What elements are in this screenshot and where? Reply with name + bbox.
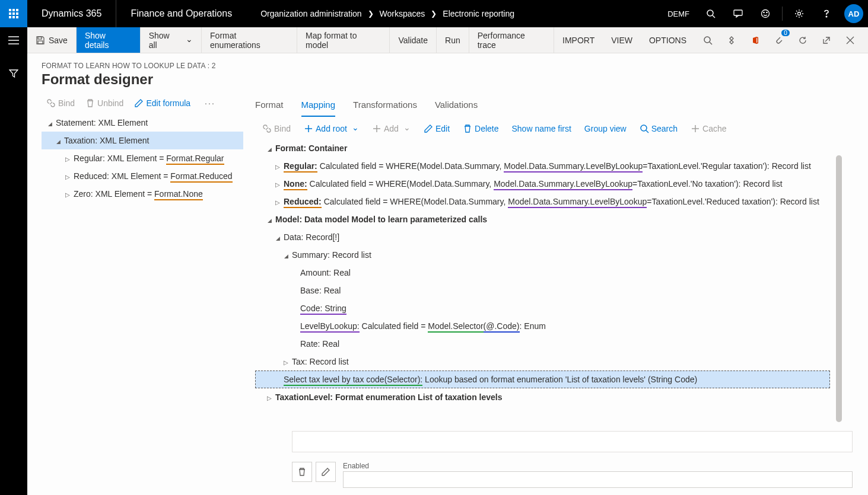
- tab-format[interactable]: Format: [255, 96, 284, 117]
- svg-line-23: [646, 130, 648, 133]
- tree-caret-icon[interactable]: [280, 357, 292, 366]
- help-icon[interactable]: [815, 0, 838, 27]
- mapping-tree-row[interactable]: Tax: Record list: [255, 353, 830, 371]
- tree-caret-icon[interactable]: [272, 161, 284, 171]
- tab-transformations[interactable]: Transformations: [353, 96, 417, 117]
- command-row: Save Show details Show all Format enumer…: [0, 27, 868, 53]
- show-details-button[interactable]: Show details: [77, 27, 141, 53]
- tree-caret-icon[interactable]: [62, 171, 74, 181]
- format-enumerations-button[interactable]: Format enumerations: [202, 27, 297, 53]
- tree-caret-icon[interactable]: [62, 154, 74, 163]
- validate-button[interactable]: Validate: [390, 27, 437, 53]
- options-menu[interactable]: OPTIONS: [641, 27, 695, 53]
- breadcrumb-item[interactable]: Electronic reporting: [443, 9, 514, 18]
- refresh-icon[interactable]: [792, 27, 813, 53]
- mapping-tree-row[interactable]: TaxationLevel: Format enumeration List o…: [255, 388, 830, 406]
- edit-button[interactable]: Edit: [424, 124, 450, 133]
- format-tree-row[interactable]: Taxation: XML Element: [42, 132, 243, 149]
- tree-caret-icon[interactable]: [272, 197, 284, 206]
- nav-toggle-button[interactable]: [0, 27, 27, 53]
- attachments-button[interactable]: 0: [768, 27, 790, 53]
- top-header: Dynamics 365 Finance and Operations Orga…: [0, 0, 868, 27]
- enabled-input[interactable]: [343, 471, 853, 488]
- tree-caret-icon[interactable]: [263, 215, 275, 224]
- mapping-tree-row[interactable]: Summary: Record list: [255, 246, 830, 264]
- scrollbar[interactable]: [836, 155, 842, 422]
- app-launcher-button[interactable]: [0, 0, 27, 27]
- view-menu[interactable]: VIEW: [603, 27, 641, 53]
- breadcrumb-item[interactable]: Workspaces: [380, 9, 425, 18]
- tree-caret-icon[interactable]: [52, 136, 64, 145]
- tree-caret-icon[interactable]: [272, 179, 284, 189]
- tab-mapping[interactable]: Mapping: [301, 96, 336, 117]
- mapping-tree-row[interactable]: Amount: Real: [255, 264, 830, 282]
- mapping-tree-row[interactable]: None: Calculated field = WHERE(Model.Dat…: [255, 175, 830, 193]
- mapping-tree-row[interactable]: Code: String: [255, 299, 830, 317]
- office-icon[interactable]: [745, 27, 766, 53]
- mapping-tree-row[interactable]: Reduced: Calculated field = WHERE(Model.…: [255, 193, 830, 210]
- mapping-tree-row[interactable]: Model: Data model Model to learn paramet…: [255, 210, 830, 228]
- tab-validations[interactable]: Validations: [435, 96, 478, 117]
- edit-formula-button[interactable]: [316, 462, 336, 482]
- performance-trace-button[interactable]: Performance trace: [469, 27, 554, 53]
- format-tree-row[interactable]: Statement: XML Element: [42, 114, 243, 132]
- format-tree-row[interactable]: Regular: XML Element = Format.Regular: [42, 149, 243, 167]
- format-tree-row[interactable]: Zero: XML Element = Format.None: [42, 185, 243, 203]
- emoji-icon[interactable]: [753, 0, 777, 27]
- cmd-search-button[interactable]: [695, 27, 721, 53]
- diamond-icon[interactable]: [721, 27, 742, 53]
- body: FORMAT TO LEARN HOW TO LOOKUP LE DATA : …: [0, 53, 868, 495]
- edit-icon: [321, 467, 330, 477]
- search-icon[interactable]: [699, 0, 723, 27]
- group-view-button[interactable]: Group view: [584, 124, 627, 133]
- plus-icon: [372, 124, 381, 133]
- feedback-icon[interactable]: [726, 0, 750, 27]
- add-root-button[interactable]: Add root: [304, 124, 359, 133]
- delete-button[interactable]: Delete: [463, 124, 498, 133]
- cache-button[interactable]: Cache: [691, 124, 726, 133]
- search-button[interactable]: Search: [640, 124, 678, 133]
- import-menu[interactable]: IMPORT: [554, 27, 603, 53]
- delete-formula-button[interactable]: [292, 462, 312, 482]
- tree-row-label: TaxationLevel: Format enumeration List o…: [275, 392, 503, 402]
- mapping-tree-row[interactable]: LevelByLookup: Calculated field = Model.…: [255, 317, 830, 335]
- tree-caret-icon[interactable]: [272, 232, 284, 242]
- tree-row-label: Code: String: [300, 304, 346, 313]
- edit-formula-button[interactable]: Edit formula: [134, 98, 190, 108]
- tree-caret-icon[interactable]: [62, 189, 74, 199]
- mapping-tree-row[interactable]: Select tax level by tax code(Selector): …: [255, 371, 830, 388]
- mapping-tree-row[interactable]: Rate: Real: [255, 335, 830, 353]
- breadcrumb-item[interactable]: Organization administration: [260, 9, 361, 18]
- company-label[interactable]: DEMF: [662, 9, 695, 18]
- tree-caret-icon[interactable]: [44, 118, 56, 127]
- bind-button[interactable]: Bind: [262, 124, 291, 133]
- unbind-button[interactable]: Unbind: [85, 98, 123, 108]
- tree-caret-icon[interactable]: [263, 392, 275, 402]
- map-format-to-model-button[interactable]: Map format to model: [297, 27, 390, 53]
- show-all-button[interactable]: Show all: [141, 27, 202, 53]
- add-button[interactable]: Add: [372, 124, 411, 133]
- mapping-tree-row[interactable]: Format: Container: [255, 139, 830, 157]
- run-button[interactable]: Run: [437, 27, 469, 53]
- more-button[interactable]: ···: [201, 98, 219, 108]
- tree-caret-icon[interactable]: [280, 250, 292, 260]
- format-tree[interactable]: Statement: XML ElementTaxation: XML Elem…: [42, 114, 243, 203]
- mapping-tree-row[interactable]: Base: Real: [255, 282, 830, 299]
- link-icon: [46, 98, 56, 108]
- filter-icon[interactable]: [0, 62, 27, 85]
- scrollbar-thumb[interactable]: [836, 155, 842, 422]
- save-button[interactable]: Save: [27, 27, 77, 53]
- svg-line-14: [710, 42, 712, 44]
- gear-icon[interactable]: [787, 0, 811, 27]
- popout-icon[interactable]: [816, 27, 837, 53]
- breadcrumb: Organization administration ❯ Workspaces…: [246, 9, 662, 18]
- show-name-first-button[interactable]: Show name first: [511, 124, 571, 133]
- format-tree-row[interactable]: Reduced: XML Element = Format.Reduced: [42, 167, 243, 185]
- close-icon[interactable]: [840, 27, 861, 53]
- tree-caret-icon[interactable]: [263, 143, 275, 153]
- bind-button[interactable]: Bind: [46, 98, 75, 108]
- mapping-tree-row[interactable]: Regular: Calculated field = WHERE(Model.…: [255, 157, 830, 175]
- mapping-tree-row[interactable]: Data: Record[!]: [255, 228, 830, 246]
- chevron-down-icon: [349, 124, 359, 133]
- avatar[interactable]: AD: [844, 4, 863, 23]
